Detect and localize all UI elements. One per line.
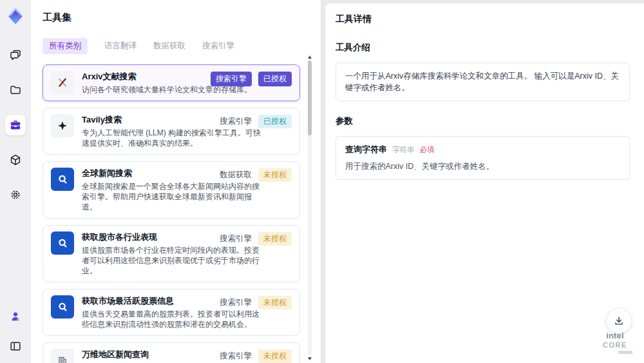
intro-heading: 工具介绍 — [336, 42, 630, 54]
category-label: 搜索引擎 — [220, 116, 252, 127]
tab-search-engine[interactable]: 搜索引擎 — [202, 38, 234, 54]
list-scrollbar[interactable] — [307, 55, 312, 360]
page-title: 工具集 — [43, 12, 321, 24]
param-type: 字符串 — [392, 144, 415, 155]
sidebar-item-tools[interactable] — [5, 115, 26, 135]
intro-card: 一个用于从Arxiv存储库搜索科学论文和文章的工具。 输入可以是Arxiv ID… — [336, 63, 630, 101]
scrollbar-thumb[interactable] — [308, 61, 312, 135]
toolbox-icon — [9, 119, 22, 132]
tool-description: 全球新闻搜索是一个聚合全球各大新闻网站内容的搜索引擎。帮助用户快速获取全球最新资… — [82, 181, 266, 212]
auth-status-badge: 未授权 — [258, 168, 292, 182]
category-label: 搜索引擎 — [220, 351, 252, 362]
scrollbar-track[interactable] — [308, 61, 312, 355]
user-icon — [9, 310, 22, 323]
download-icon — [613, 315, 625, 327]
param-card: 查询字符串 字符串 必填 用于搜索的Arxiv ID、关键字或作者姓名。 — [336, 136, 630, 180]
folder-icon — [9, 84, 22, 97]
download-button[interactable] — [607, 309, 631, 333]
scroll-up-icon[interactable] — [308, 55, 312, 59]
search-q-icon — [51, 231, 74, 255]
arxiv-icon — [51, 71, 74, 94]
tool-list-panel: 工具集 所有类别 语言翻译 数据获取 搜索引擎 Arxiv文献搜索 访问各个研究… — [31, 0, 321, 363]
params-heading: 参数 — [336, 115, 630, 127]
sidebar-item-files[interactable] — [5, 80, 26, 101]
tool-detail-panel: 工具详情 工具介绍 一个用于从Arxiv存储库搜索科学论文和文章的工具。 输入可… — [325, 3, 644, 363]
intel-wordmark: intel — [606, 331, 624, 340]
tab-all-categories[interactable]: 所有类别 — [43, 38, 88, 54]
tool-description: 提供当天交易量最高的股票列表。投资者可以利用这些信息来识别流动性强的股票和潜在的… — [82, 309, 266, 329]
auth-status-badge: 未授权 — [258, 296, 292, 309]
app-logo — [5, 5, 26, 27]
category-label: 搜索引擎 — [220, 297, 252, 308]
search-q-icon — [51, 168, 74, 191]
sidebar-item-account[interactable] — [5, 306, 26, 327]
category-badge: 搜索引擎 — [211, 72, 252, 86]
settings-icon — [9, 188, 22, 201]
news-icon — [51, 349, 74, 363]
tab-translation[interactable]: 语言翻译 — [104, 38, 137, 54]
cube-icon — [9, 153, 22, 166]
tool-card-list: Arxiv文献搜索 访问各个研究领域大量科学论文和文章的存储库。 搜索引擎 已授… — [43, 64, 300, 363]
auth-status-badge: 已授权 — [258, 72, 292, 86]
scroll-down-icon[interactable] — [308, 357, 312, 360]
sidebar-item-packages[interactable] — [5, 150, 26, 170]
search-q-icon — [51, 295, 74, 319]
sidebar-item-settings[interactable] — [5, 184, 26, 205]
category-tabs: 所有类别 语言翻译 数据获取 搜索引擎 — [43, 38, 321, 54]
tool-description: 专为人工智能代理 (LLM) 构建的搜索引擎工具。可快速提供实时、准确和真实的结… — [82, 128, 266, 148]
core-wordmark: core — [603, 341, 627, 349]
tool-card-regional-news[interactable]: 万维地区新闻查询 查询具体行政区划内的新闻，快速了解各地新闻动态 搜索引擎 未授… — [43, 342, 300, 363]
category-label: 数据获取 — [220, 170, 252, 181]
param-description: 用于搜索的Arxiv ID、关键字或作者姓名。 — [345, 161, 620, 172]
panel-icon — [9, 340, 22, 353]
auth-status-badge: 已授权 — [258, 115, 292, 128]
icon-rail — [0, 0, 31, 363]
intel-core-logo: intel core — [596, 331, 634, 354]
tool-card-global-news[interactable]: 全球新闻搜索 全球新闻搜索是一个聚合全球各大新闻网站内容的搜索引擎。帮助用户快速… — [43, 161, 300, 219]
category-label: 搜索引擎 — [220, 233, 252, 244]
chat-icon — [9, 49, 22, 62]
sidebar-item-chat[interactable] — [5, 45, 26, 66]
tool-description: 提供股票市场各个行业在特定时间段内的表现。投资者可以利用这些信息来识别表现优于或… — [82, 245, 266, 276]
intel-sub-mark — [618, 351, 632, 354]
tool-card-sector-performance[interactable]: 获取股市各行业表现 提供股票市场各个行业在特定时间段内的表现。投资者可以利用这些… — [43, 225, 300, 282]
tavily-star-icon — [51, 114, 74, 137]
tool-card-arxiv[interactable]: Arxiv文献搜索 访问各个研究领域大量科学论文和文章的存储库。 搜索引擎 已授… — [43, 64, 300, 101]
param-name: 查询字符串 — [345, 144, 387, 155]
sidebar-item-collapse[interactable] — [5, 336, 26, 357]
tool-card-tavily[interactable]: Tavily搜索 专为人工智能代理 (LLM) 构建的搜索引擎工具。可快速提供实… — [43, 108, 300, 155]
tool-card-active-stocks[interactable]: 获取市场最活跃股票信息 提供当天交易量最高的股票列表。投资者可以利用这些信息来识… — [43, 289, 300, 336]
detail-title: 工具详情 — [336, 14, 630, 25]
auth-status-badge: 未授权 — [258, 349, 292, 363]
auth-status-badge: 未授权 — [258, 232, 292, 246]
param-required-flag: 必填 — [420, 144, 435, 155]
tab-data-acquisition[interactable]: 数据获取 — [153, 38, 185, 54]
